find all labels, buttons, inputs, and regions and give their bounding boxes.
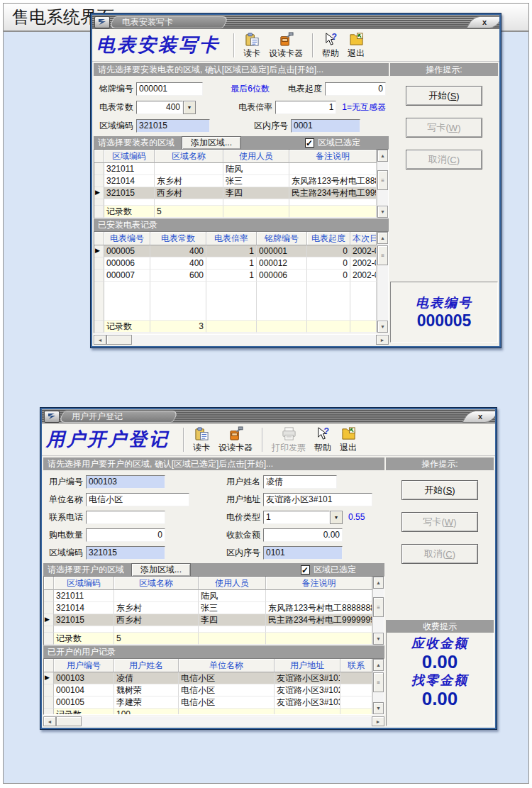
table-row[interactable]: 321014 东乡村 张三 东风路123号村电工88888888 [44, 602, 372, 614]
section-title: 请选择要开户的区域 [48, 563, 124, 576]
table-footer: 记录数 5 [94, 206, 377, 218]
meter-multiplier-input[interactable] [275, 101, 336, 114]
scroll-left-icon[interactable]: ◄ [43, 716, 56, 726]
vertical-scrollbar[interactable]: ▲ ≡ ▼ [377, 150, 388, 218]
table-footer: 记录数 100 [44, 709, 372, 715]
help-button[interactable]: ? 帮助 [320, 31, 341, 59]
table-row[interactable]: 000007 600 1 000006 0 2002-07-15 [94, 270, 377, 282]
table-row[interactable]: 321014 东乡村 张三 东风路123号村电工88888888 [94, 175, 377, 187]
print-invoice-button: 打印发票 [270, 426, 308, 453]
area-selected-checkbox[interactable] [305, 138, 314, 148]
scroll-thumb[interactable]: ≡ [373, 672, 384, 692]
unit-name-input[interactable] [86, 493, 189, 506]
phone-input[interactable] [86, 511, 165, 524]
price-type-input[interactable] [263, 511, 330, 524]
checkbox-label: 区域已选定 [318, 136, 360, 149]
meter-form: 铭牌编号 最后6位数 电表起度 电表常数 [94, 76, 389, 136]
scroll-thumb[interactable]: ≡ [377, 245, 388, 265]
chevron-down-icon[interactable]: ▼ [183, 101, 196, 114]
field-label: 电表倍率 [238, 101, 272, 113]
scroll-right-icon[interactable]: ► [376, 335, 389, 345]
set-reader-button[interactable]: 设读卡器 [216, 426, 255, 453]
scroll-thumb[interactable] [56, 716, 82, 726]
table-row[interactable]: 000006 400 1 000012 0 2002-06-19 [94, 257, 377, 270]
printer-icon [282, 426, 297, 443]
window-title: 电表安装写卡 [112, 16, 183, 28]
meter-records-section-bar: 已安装电表记录 [94, 218, 389, 231]
scroll-left-icon[interactable]: ◄ [94, 335, 106, 345]
table-row[interactable]: 000104 魏树荣 电信小区 友谊路小区3#102 [44, 684, 372, 697]
table-row[interactable]: 321011 陆风 [94, 163, 377, 175]
area-table: 区域编码 区域名称 使用人员 备注说明 321011 陆风 [94, 149, 389, 218]
table-row-selected[interactable]: 321015 西乡村 李四 民主路234号村电工99999999 [94, 187, 377, 199]
table-row[interactable]: 321011 陆风 [44, 590, 372, 602]
row-marker-icon [94, 187, 104, 199]
field-label: 用户姓名 [226, 476, 260, 488]
horizontal-scrollbar[interactable]: ◄ ► [94, 334, 389, 345]
area-serial-field[interactable] [291, 119, 360, 133]
user-name-input[interactable] [263, 475, 337, 489]
meter-start-input[interactable] [325, 82, 386, 96]
vertical-scrollbar[interactable]: ▲ ≡ ▼ [372, 659, 384, 714]
change-amount-label: 找零金额 [411, 672, 468, 689]
add-area-button[interactable]: 添加区域... [182, 136, 241, 149]
start-button[interactable]: 开始(S) [406, 86, 482, 106]
empty-rows [44, 626, 372, 633]
titlebar[interactable]: 电表安装写卡 x [92, 15, 499, 29]
read-card-button[interactable]: 读卡 [191, 426, 212, 453]
table-row-selected[interactable]: 000005 400 1 000001 0 2002-06-10 [94, 245, 377, 257]
area-serial-field[interactable] [263, 546, 343, 560]
scroll-up-icon[interactable]: ▲ [377, 232, 388, 244]
titlebar[interactable]: 用户开户登记 x [42, 409, 495, 423]
add-area-button[interactable]: 添加区域... [131, 563, 191, 576]
area-selected-checkbox[interactable] [301, 565, 310, 575]
amount-received-input[interactable] [263, 528, 343, 542]
titlebar-tab: 用户开户登记 [57, 411, 179, 423]
scroll-up-icon[interactable]: ▲ [373, 577, 384, 589]
scroll-up-icon[interactable]: ▲ [377, 150, 388, 162]
chevron-down-icon[interactable]: ▼ [330, 511, 343, 524]
exit-button[interactable]: 退出 [338, 426, 359, 453]
vertical-scrollbar[interactable]: ▲ ≡ ▼ [372, 577, 384, 645]
scroll-up-icon[interactable]: ▲ [373, 659, 384, 671]
user-number-field[interactable] [86, 475, 165, 489]
meter-constant-input[interactable] [136, 101, 183, 114]
close-button[interactable]: x [466, 16, 499, 28]
table-row-selected[interactable]: 000103 凌倩 电信小区 友谊路小区3#101 [44, 672, 372, 684]
meter-number-display: 电表编号 000005 [390, 282, 498, 343]
scroll-down-icon[interactable]: ▼ [377, 321, 388, 333]
start-button[interactable]: 开始(S) [401, 480, 478, 500]
status-bar: 请先选择用户要开户的区域, 确认[区域已选定]后点击[开始]... [43, 457, 384, 470]
field-label: 用户地址 [226, 494, 260, 506]
table-row[interactable]: 000105 李建荣 电信小区 友谊路小区3#103 [44, 697, 372, 709]
area-code-field[interactable] [136, 119, 210, 133]
table-row-selected[interactable]: 321015 西乡村 李四 民主路234号村电工99999999 [44, 614, 372, 626]
close-button[interactable]: x [462, 411, 495, 423]
row-marker-icon [94, 245, 104, 257]
set-reader-button[interactable]: 设读卡器 [267, 31, 305, 59]
field-label: 电表常数 [99, 101, 133, 113]
read-card-button[interactable]: 读卡 [241, 31, 262, 59]
meter-install-window: 电表安装写卡 x 电表安装写卡 读卡 设读卡器 ? 帮助 [90, 13, 501, 348]
section-title: 请选择要装表的区域 [98, 136, 174, 149]
field-hint: 1=无互感器 [342, 101, 386, 113]
scroll-down-icon[interactable]: ▼ [373, 633, 384, 645]
marker-header [94, 232, 104, 245]
user-address-input[interactable] [263, 493, 372, 506]
help-icon: ? [316, 426, 331, 443]
registered-users-table: 用户编号 用户姓名 单位名称 用户地址 联系 000103 凌倩 电信小区 [43, 658, 384, 715]
area-code-field[interactable] [86, 546, 165, 560]
exit-button[interactable]: 退出 [345, 31, 367, 59]
scroll-thumb[interactable] [106, 335, 132, 345]
horizontal-scrollbar[interactable]: ◄ ► [43, 716, 384, 726]
vertical-scrollbar[interactable]: ▲ ≡ ▼ [377, 232, 388, 333]
scroll-right-icon[interactable]: ► [372, 716, 384, 726]
scroll-down-icon[interactable]: ▼ [377, 206, 388, 218]
scroll-thumb[interactable]: ≡ [377, 170, 388, 190]
scroll-thumb[interactable]: ≡ [373, 597, 384, 617]
help-button[interactable]: ? 帮助 [312, 426, 333, 453]
scroll-down-icon[interactable]: ▼ [373, 702, 384, 714]
nameplate-number-input[interactable] [136, 82, 203, 96]
purchase-qty-input[interactable] [86, 528, 165, 542]
installed-meters-table: 电表编号 电表常数 电表倍率 铭牌编号 电表起度 本次日 000005 400 [94, 231, 389, 333]
